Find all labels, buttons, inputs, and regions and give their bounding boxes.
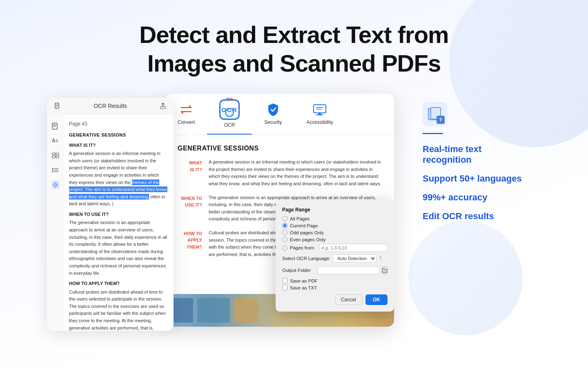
output-folder-label: Output Folder xyxy=(282,268,315,273)
save-as-txt-option[interactable]: Save as TXT xyxy=(282,285,388,290)
toolbar-item-ocr[interactable]: OCR OCR xyxy=(207,94,252,135)
panel-page: Page 43 xyxy=(69,120,168,128)
output-folder-input[interactable] xyxy=(317,266,379,274)
toolbar-ocr-label: OCR xyxy=(224,122,235,128)
toolbar-convert-label: Convert xyxy=(178,119,195,125)
panel-subtitle-1: WHAT IS IT? xyxy=(69,142,168,149)
sidebar-icon-settings[interactable] xyxy=(51,180,60,189)
radio-all-pages-circle xyxy=(282,216,287,221)
panel-subtitle-2: WHEN TO USE IT? xyxy=(69,211,168,218)
svg-rect-10 xyxy=(52,153,55,155)
save-txt-checkbox xyxy=(282,285,287,290)
feature-divider xyxy=(423,133,443,134)
panel-doc-icon[interactable] xyxy=(53,102,62,110)
output-folder-row: Output Folder xyxy=(282,266,388,275)
radio-all-pages[interactable]: All Pages xyxy=(282,216,388,221)
pdf-row-1: WHATIS IT? A generative session is an in… xyxy=(178,159,382,187)
main-content: OCR Results xyxy=(0,94,588,331)
features-panel: T Real-time text recognition Support 50+… xyxy=(410,94,541,230)
feature-icon-t-letter: T xyxy=(437,116,445,124)
svg-point-18 xyxy=(52,171,53,173)
accessibility-icon xyxy=(312,102,327,117)
svg-rect-12 xyxy=(52,156,55,158)
feature-list: Real-time text recognition Support 50+ l… xyxy=(423,144,529,222)
center-panel: Convert OCR xyxy=(165,94,394,327)
panel-sidebar: A≡ xyxy=(47,115,63,331)
svg-rect-21 xyxy=(314,105,326,113)
feature-item-3: 99%+ accuracy xyxy=(423,192,529,203)
pdf-title: GENERATIVE SESSIONS xyxy=(178,145,382,152)
panel-content: Page 43 GENERATIVE SESSIONS WHAT IS IT? … xyxy=(63,114,174,330)
page-title: Detect and Extract Text from Images and … xyxy=(82,20,506,77)
strip-img-3 xyxy=(234,298,258,323)
ocr-icon: OCR xyxy=(219,99,240,120)
radio-odd-pages-circle xyxy=(282,230,287,235)
help-icon[interactable]: ? xyxy=(379,256,382,261)
svg-rect-11 xyxy=(56,153,59,155)
dialog-title: Page Range xyxy=(282,207,388,213)
save-pdf-checkbox xyxy=(282,278,287,283)
pdf-row-label-1: WHATIS IT? xyxy=(178,159,202,173)
strip-img-2 xyxy=(197,298,230,323)
sidebar-icon-text[interactable] xyxy=(51,121,60,130)
feature-item-4: Edit OCR results xyxy=(423,211,529,222)
panel-text-3: Cultural probes are distributed ahead of… xyxy=(69,289,168,331)
folder-browse-button[interactable] xyxy=(382,266,388,275)
svg-point-14 xyxy=(52,168,53,169)
radio-odd-pages[interactable]: Odd pages Only xyxy=(282,230,388,235)
panel-text-2: The generative session is an appropriate… xyxy=(69,219,168,277)
svg-rect-22 xyxy=(318,113,321,114)
radio-pages-from[interactable]: Pages from xyxy=(282,244,388,252)
feature-icon-box: T xyxy=(423,102,447,126)
svg-rect-23 xyxy=(316,114,323,115)
sidebar-icon-format[interactable]: A≡ xyxy=(51,136,60,145)
feature-item-2: Support 50+ languages xyxy=(423,173,529,184)
panel-subtitle-3: HOW TO APPLY THEM? xyxy=(69,280,168,287)
panel-title: OCR Results xyxy=(94,103,127,109)
pdf-row-label-2: WHEN TOUSE IT? xyxy=(178,194,202,209)
toolbar-item-security[interactable]: Security xyxy=(252,96,294,132)
panel-titlebar: OCR Results xyxy=(47,98,174,114)
ocr-circle-deco xyxy=(225,108,234,117)
toolbar-accessibility-label: Accessibility xyxy=(306,119,333,125)
radio-even-pages[interactable]: Even pages Only xyxy=(282,237,388,242)
panel-share-icon[interactable] xyxy=(159,102,167,110)
svg-rect-5 xyxy=(52,123,57,129)
save-as-pdf-option[interactable]: Save as PDF xyxy=(282,278,388,283)
pdf-row-label-3: HOW TOAPPLYTHEM? xyxy=(178,229,202,251)
toolbar-item-accessibility[interactable]: Accessibility xyxy=(294,96,345,132)
app-window: Convert OCR xyxy=(165,94,394,327)
ok-button[interactable]: OK xyxy=(365,294,388,305)
security-icon xyxy=(266,102,281,117)
cancel-button[interactable]: Cancel xyxy=(335,294,362,305)
sidebar-icon-layout[interactable] xyxy=(51,151,60,160)
convert-icon xyxy=(179,102,194,117)
sidebar-icon-list[interactable] xyxy=(51,166,60,175)
pages-from-input[interactable] xyxy=(319,244,388,252)
svg-rect-13 xyxy=(56,156,59,158)
svg-point-16 xyxy=(52,170,53,171)
panel-text-1: A generative session is an informal meet… xyxy=(69,150,168,208)
radio-even-pages-circle xyxy=(282,237,287,242)
panel-section-1-title: GENERATIVE SESSIONS xyxy=(69,132,168,139)
radio-group-page-range: All Pages Current Page Odd pages Only xyxy=(282,216,388,252)
ocr-language-select[interactable]: Auto Detection xyxy=(333,254,376,263)
feature-item-1: Real-time text recognition xyxy=(423,144,529,165)
app-toolbar: Convert OCR xyxy=(165,94,394,135)
ocr-results-panel: OCR Results xyxy=(47,98,174,331)
ocr-dialog: Page Range All Pages Current Page xyxy=(276,200,394,312)
pdf-row-text-1: A generative session is an informal meet… xyxy=(209,159,382,187)
ocr-language-label: Select OCR Language: xyxy=(282,256,330,261)
ocr-arrows-decoration xyxy=(224,96,235,102)
radio-current-page[interactable]: Current Page xyxy=(282,223,388,228)
radio-current-page-circle xyxy=(282,223,287,228)
ocr-language-row: Select OCR Language: Auto Detection ? xyxy=(282,254,388,263)
radio-pages-from-circle xyxy=(282,245,287,251)
svg-text:A≡: A≡ xyxy=(52,138,58,144)
toolbar-security-label: Security xyxy=(264,119,282,125)
dialog-buttons: Cancel OK xyxy=(282,294,388,305)
svg-point-20 xyxy=(54,184,57,186)
